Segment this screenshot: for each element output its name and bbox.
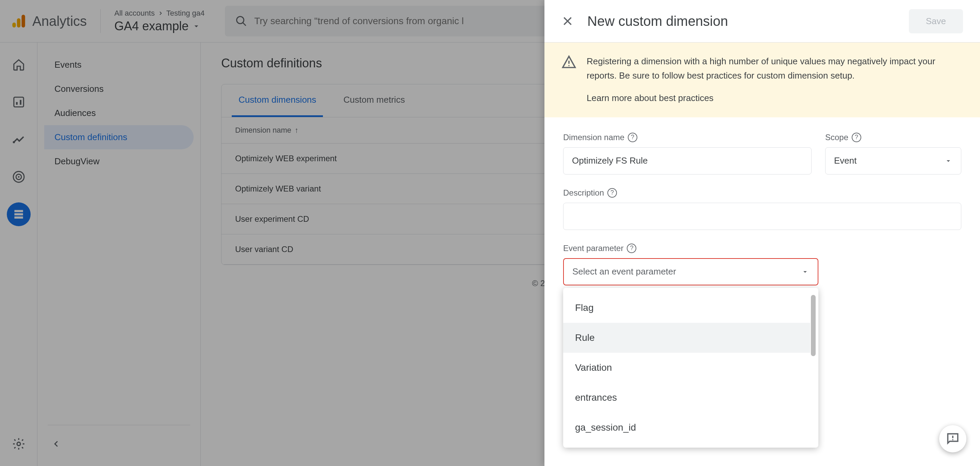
svg-rect-12 <box>14 210 23 212</box>
event-parameter-placeholder: Select an event parameter <box>572 266 676 277</box>
warning-banner: Registering a dimension with a high numb… <box>544 43 980 117</box>
cell-name: Optimizely WEB variant <box>221 174 554 204</box>
help-icon[interactable]: ? <box>852 133 861 142</box>
search-icon <box>235 15 247 27</box>
svg-point-17 <box>568 65 570 66</box>
dropdown-caret-icon <box>192 22 201 30</box>
svg-point-19 <box>952 439 953 441</box>
feedback-fab[interactable] <box>939 425 966 452</box>
sub-nav-events[interactable]: Events <box>44 53 194 77</box>
sub-nav-divider <box>48 425 190 425</box>
cell-name: User experiment CD <box>221 204 554 234</box>
event-parameter-field: Event parameter? Select an event paramet… <box>563 243 818 285</box>
drawer-header: New custom dimension Save <box>544 0 980 43</box>
svg-line-4 <box>243 23 246 26</box>
svg-rect-13 <box>14 213 23 215</box>
nav-admin[interactable] <box>7 432 30 456</box>
new-dimension-drawer: New custom dimension Save Registering a … <box>544 0 980 466</box>
svg-point-15 <box>17 442 21 445</box>
collapse-sub-nav[interactable] <box>44 432 68 456</box>
cell-name: User variant CD <box>221 234 554 265</box>
account-selector[interactable]: All accounts Testing ga4 GA4 example <box>115 9 205 33</box>
help-icon[interactable]: ? <box>608 188 617 198</box>
help-icon[interactable]: ? <box>627 243 636 253</box>
scope-field: Scope? Event <box>825 133 961 175</box>
chevron-right-icon <box>158 10 164 16</box>
description-label: Description <box>563 188 604 198</box>
account-path-value: Testing ga4 <box>166 9 205 17</box>
nav-home[interactable] <box>7 53 30 76</box>
analytics-logo-icon <box>10 13 27 30</box>
dimension-name-label: Dimension name <box>563 133 624 142</box>
description-input[interactable] <box>563 203 961 230</box>
warning-icon <box>562 54 576 69</box>
scope-select[interactable]: Event <box>825 147 961 175</box>
learn-more-link[interactable]: Learn more about best practices <box>587 91 963 105</box>
sort-arrow-icon: ↑ <box>295 126 298 134</box>
svg-rect-0 <box>12 22 16 27</box>
dropdown-option-flag[interactable]: Flag <box>563 293 810 323</box>
logo-area: Analytics <box>10 13 87 30</box>
property-name: GA4 example <box>115 19 189 33</box>
nav-rail <box>0 43 37 466</box>
save-button[interactable]: Save <box>909 9 963 33</box>
help-icon[interactable]: ? <box>628 133 637 142</box>
nav-reports[interactable] <box>7 90 30 114</box>
event-parameter-dropdown: Flag Rule Variation entrances ga_session… <box>563 288 818 448</box>
dropdown-scrollbar[interactable] <box>810 293 816 442</box>
event-parameter-select[interactable]: Select an event parameter <box>563 258 818 285</box>
svg-point-8 <box>13 141 14 143</box>
svg-rect-14 <box>14 216 23 218</box>
sub-nav-audiences[interactable]: Audiences <box>44 101 194 125</box>
scope-value: Event <box>834 156 857 166</box>
dimension-name-input[interactable] <box>563 147 811 175</box>
sub-nav-conversions[interactable]: Conversions <box>44 77 194 101</box>
sub-nav-debugview[interactable]: DebugView <box>44 150 194 173</box>
scope-label: Scope <box>825 133 848 142</box>
close-icon <box>562 15 574 27</box>
chevron-down-icon <box>944 157 953 165</box>
dropdown-option-ga-session-id[interactable]: ga_session_id <box>563 413 810 442</box>
close-drawer-button[interactable] <box>562 15 574 27</box>
account-path-prefix: All accounts <box>115 9 155 17</box>
dimension-name-field: Dimension name? <box>563 133 811 175</box>
chevron-down-icon <box>801 268 809 276</box>
drawer-title: New custom dimension <box>587 14 895 29</box>
feedback-icon <box>945 431 960 446</box>
header-divider <box>100 9 101 33</box>
nav-explore[interactable] <box>7 127 30 151</box>
nav-advertising[interactable] <box>7 165 30 189</box>
nav-configure[interactable] <box>7 202 30 226</box>
sub-nav-custom-definitions[interactable]: Custom definitions <box>44 125 194 150</box>
svg-point-3 <box>237 17 244 24</box>
dropdown-option-variation[interactable]: Variation <box>563 353 810 383</box>
tab-custom-metrics[interactable]: Custom metrics <box>337 84 412 117</box>
cell-name: Optimizely WEB experiment <box>221 143 554 174</box>
event-parameter-label: Event parameter <box>563 243 624 253</box>
description-field: Description? <box>563 188 961 230</box>
tab-custom-dimensions[interactable]: Custom dimensions <box>232 84 323 117</box>
config-sub-nav: Events Conversions Audiences Custom defi… <box>37 43 201 466</box>
svg-rect-6 <box>16 102 18 105</box>
col-dimension-name[interactable]: Dimension name↑ <box>221 117 554 143</box>
svg-point-11 <box>18 176 19 178</box>
svg-rect-7 <box>20 100 21 105</box>
product-name: Analytics <box>32 14 87 29</box>
dropdown-option-rule[interactable]: Rule <box>563 323 810 353</box>
svg-rect-5 <box>14 97 24 107</box>
svg-rect-1 <box>17 18 21 27</box>
drawer-body: Dimension name? Scope? Event Description… <box>544 117 980 301</box>
svg-rect-2 <box>21 14 25 27</box>
dropdown-option-entrances[interactable]: entrances <box>563 383 810 413</box>
warning-text: Registering a dimension with a high numb… <box>587 56 935 81</box>
